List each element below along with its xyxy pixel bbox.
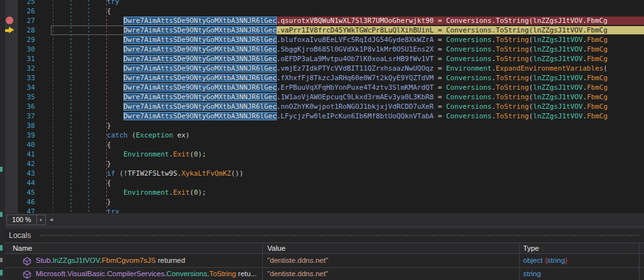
locals-table: Name Value Type Stub.lnZZgsJ1tVOV.FbmCgv…	[0, 242, 644, 280]
code-line[interactable]: 31Dwre7AimAttsSDe9ONtyGoMXtbA3NNJR6lGec.…	[0, 54, 644, 64]
column-header-type[interactable]: Type	[523, 243, 539, 253]
text-segment: ToString	[496, 93, 529, 101]
line-number: 25	[0, 0, 35, 6]
line-number: 46	[0, 197, 35, 207]
code-text[interactable]: Dwre7AimAttsSDe9ONtyGoMXtbA3NNJR6lGec.LF…	[123, 111, 608, 121]
variable-name[interactable]: Stub.lnZZgsJ1tVOV.FbmCgvom7sJS returned	[36, 254, 185, 267]
zoom-dropdown-button[interactable]: ▾	[36, 214, 46, 225]
text-segment: Conversions	[446, 74, 492, 82]
line-number: 39	[0, 130, 35, 140]
editor-zoom-level[interactable]: 100 %	[6, 214, 37, 225]
code-text[interactable]: {	[107, 178, 111, 188]
code-text[interactable]: Dwre7AimAttsSDe9ONtyGoMXtbA3NNJR6lGec.1W…	[123, 92, 608, 102]
variable-type: string	[523, 267, 541, 280]
code-line[interactable]: 34Dwre7AimAttsSDe9ONtyGoMXtbA3NNJR6lGec.…	[0, 83, 644, 92]
text-segment: Dwre7AimAttsSDe9ONtyGoMXtbA3NNJR6lGec	[123, 102, 277, 111]
code-line[interactable]: 42}	[0, 159, 644, 169]
text-segment: lnZZgsJ1tVOV	[533, 74, 583, 82]
code-text[interactable]: }	[107, 121, 111, 130]
variable-cube-icon	[23, 270, 31, 280]
text-segment: Environment	[446, 64, 492, 73]
hscroll-left-arrow-icon[interactable]: ◂	[50, 215, 53, 224]
variable-name[interactable]: Microsoft.VisualBasic.CompilerServices.C…	[36, 267, 257, 280]
code-text[interactable]: try	[107, 207, 120, 213]
code-line[interactable]: 39catch (Exception ex)	[0, 130, 644, 140]
code-line[interactable]: 29Dwre7AimAttsSDe9ONtyGoMXtbA3NNJR6lGec.…	[0, 35, 644, 45]
text-segment: oEFDP3aLa9Mvtpu4Ob7lK0xoaLsrHB9fWv1VT	[281, 55, 434, 63]
code-text[interactable]: Dwre7AimAttsSDe9ONtyGoMXtbA3NNJR6lGec.Er…	[123, 83, 608, 92]
code-line[interactable]: 26{	[0, 6, 644, 16]
locals-row[interactable]: Microsoft.VisualBasic.CompilerServices.C…	[0, 267, 644, 280]
current-statement-arrow-icon[interactable]	[5, 27, 15, 34]
code-text[interactable]: Environment.Exit(0);	[123, 188, 206, 197]
column-header-value[interactable]: Value	[267, 243, 286, 253]
code-line[interactable]: 41Environment.Exit(0);	[0, 150, 644, 159]
locals-header-row[interactable]: Name Value Type	[0, 243, 644, 254]
text-segment: ())	[231, 169, 244, 178]
text-segment: =	[434, 55, 447, 63]
code-text[interactable]: Dwre7AimAttsSDe9ONtyGoMXtbA3NNJR6lGec.vm…	[123, 64, 608, 73]
code-line[interactable]: 45Environment.Exit(0);	[0, 188, 644, 197]
code-line[interactable]: 27Dwre7AimAttsSDe9ONtyGoMXtbA3NNJR6lGec.…	[0, 16, 644, 25]
code-line[interactable]: 47try	[0, 207, 644, 213]
locals-row[interactable]: Stub.lnZZgsJ1tVOV.FbmCgvom7sJS returned"…	[0, 254, 644, 268]
text-segment: ex	[178, 131, 186, 139]
text-segment: FbmCg	[587, 36, 608, 44]
locals-drag-grip[interactable]	[39, 234, 640, 237]
edge-artifact	[0, 270, 3, 276]
text-segment: FbmCg	[587, 45, 608, 53]
variable-value[interactable]: "dentiste.ddns.net"	[267, 267, 328, 280]
code-text[interactable]: {	[107, 6, 111, 16]
code-text[interactable]: Environment.Exit(0);	[123, 150, 206, 159]
line-number: 31	[0, 54, 35, 64]
code-editor[interactable]: 25try26{27Dwre7AimAttsSDe9ONtyGoMXtbA3NN…	[0, 0, 644, 213]
code-text[interactable]: }	[107, 197, 111, 207]
code-line[interactable]: 38}	[0, 121, 644, 130]
line-number: 30	[0, 45, 35, 54]
code-text[interactable]: Dwre7AimAttsSDe9ONtyGoMXtbA3NNJR6lGec.va…	[123, 25, 644, 35]
code-line[interactable]: 28Dwre7AimAttsSDe9ONtyGoMXtbA3NNJR6lGec.…	[0, 25, 644, 35]
locals-panel: Locals Name Value Type Stub.lnZZgsJ1tVOV…	[0, 228, 644, 280]
code-line[interactable]: 32Dwre7AimAttsSDe9ONtyGoMXtbA3NNJR6lGec.…	[0, 64, 644, 73]
code-line[interactable]: 36Dwre7AimAttsSDe9ONtyGoMXtbA3NNJR6lGec.…	[0, 102, 644, 111]
text-segment: FbmCg	[587, 55, 608, 63]
text-segment: }	[107, 198, 111, 206]
text-segment: Dwre7AimAttsSDe9ONtyGoMXtbA3NNJR6lGec	[123, 45, 277, 53]
text-segment: Exit	[173, 150, 190, 158]
code-text[interactable]: catch (Exception ex)	[107, 130, 190, 140]
code-line[interactable]: 33Dwre7AimAttsSDe9ONtyGoMXtbA3NNJR6lGec.…	[0, 73, 644, 83]
code-line[interactable]: 43if (!TFIW2FSLtw9S.XykaLtFvQmKZ())	[0, 169, 644, 178]
line-number: 41	[0, 150, 35, 159]
text-segment: Conversions	[446, 93, 492, 101]
text-segment: Conversions	[167, 270, 207, 277]
line-number: 36	[0, 102, 35, 111]
code-line[interactable]: 30Dwre7AimAttsSDe9ONtyGoMXtbA3NNJR6lGec.…	[0, 45, 644, 54]
text-segment: FbmCg	[587, 102, 608, 111]
code-text[interactable]: }	[107, 159, 111, 169]
text-segment: Dwre7AimAttsSDe9ONtyGoMXtbA3NNJR6lGec	[123, 55, 277, 63]
text-segment: );	[198, 188, 206, 197]
code-line[interactable]: 37Dwre7AimAttsSDe9ONtyGoMXtbA3NNJR6lGec.…	[0, 111, 644, 121]
code-text[interactable]: {	[107, 140, 111, 150]
code-text[interactable]: Dwre7AimAttsSDe9ONtyGoMXtbA3NNJR6lGec.Sb…	[123, 45, 608, 54]
text-segment: Conversions	[446, 55, 492, 63]
code-text[interactable]: try	[107, 0, 120, 6]
code-line[interactable]: 25try	[0, 0, 644, 6]
code-line[interactable]: 44{	[0, 178, 644, 188]
code-text[interactable]: Dwre7AimAttsSDe9ONtyGoMXtbA3NNJR6lGec.qs…	[123, 16, 644, 25]
code-text[interactable]: Dwre7AimAttsSDe9ONtyGoMXtbA3NNJR6lGec.nn…	[123, 102, 608, 111]
variable-value[interactable]: "dentiste.ddns.net"	[267, 254, 328, 267]
code-text[interactable]: Dwre7AimAttsSDe9ONtyGoMXtbA3NNJR6lGec.oE…	[123, 54, 608, 64]
code-line[interactable]: 46}	[0, 197, 644, 207]
code-text[interactable]: Dwre7AimAttsSDe9ONtyGoMXtbA3NNJR6lGec.bl…	[123, 35, 608, 45]
code-text[interactable]: Dwre7AimAttsSDe9ONtyGoMXtbA3NNJR6lGec.fX…	[123, 73, 608, 83]
code-line[interactable]: 40{	[0, 140, 644, 150]
text-segment: {	[107, 141, 111, 149]
code-line[interactable]: 35Dwre7AimAttsSDe9ONtyGoMXtbA3NNJR6lGec.…	[0, 92, 644, 102]
code-text[interactable]: if (!TFIW2FSLtw9S.XykaLtFvQmKZ())	[107, 169, 244, 178]
text-segment: FbmCg	[587, 93, 608, 101]
breakpoint-icon[interactable]	[6, 17, 13, 24]
text-segment: ToString	[496, 36, 529, 44]
column-header-name[interactable]: Name	[13, 243, 32, 253]
text-segment: lnZZgsJ1tVOV	[53, 256, 100, 264]
